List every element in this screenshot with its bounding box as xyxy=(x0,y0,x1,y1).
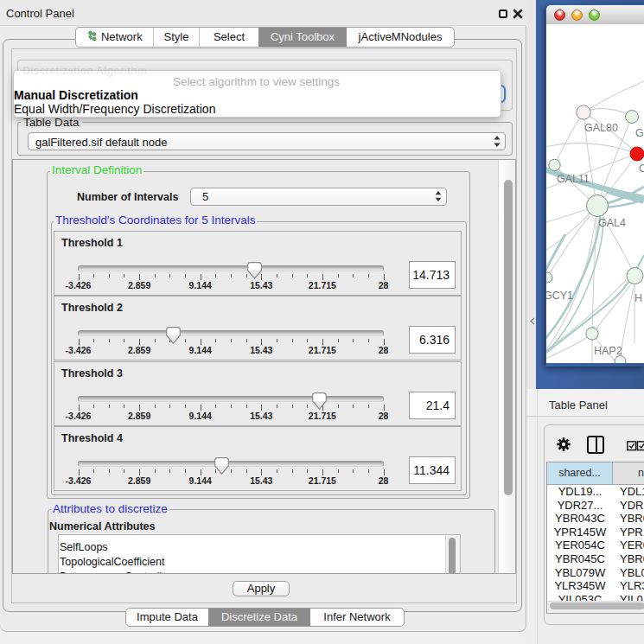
svg-text:GAL4: GAL4 xyxy=(598,217,626,229)
svg-text:GAL11: GAL11 xyxy=(557,173,590,185)
svg-text:H: H xyxy=(634,292,642,304)
svg-text:GAL80: GAL80 xyxy=(584,122,618,134)
svg-text:C: C xyxy=(639,163,644,175)
svg-text:GCY1: GCY1 xyxy=(546,290,573,302)
svg-text:G.: G. xyxy=(635,127,644,139)
svg-text:HAP2: HAP2 xyxy=(594,345,622,357)
